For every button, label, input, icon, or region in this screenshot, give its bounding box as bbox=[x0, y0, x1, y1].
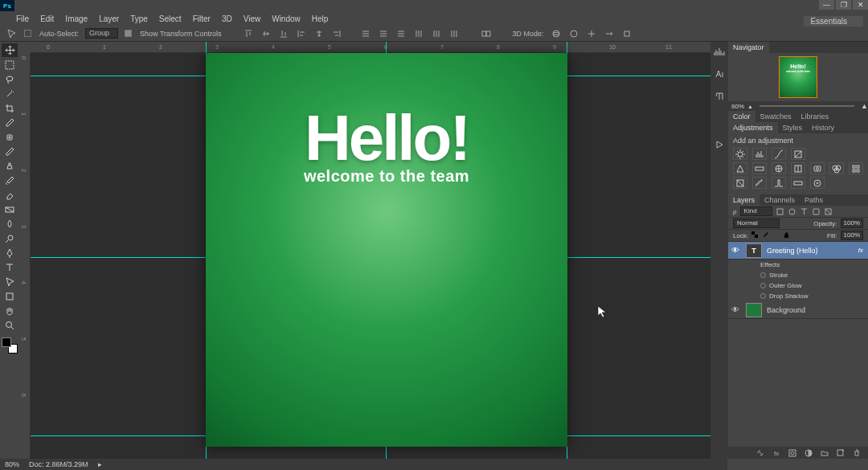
selectivecolor-adjustment-icon[interactable] bbox=[810, 177, 825, 189]
link-layers-icon[interactable] bbox=[755, 448, 765, 458]
gradientmap-adjustment-icon[interactable] bbox=[791, 177, 805, 189]
3d-slide-icon[interactable] bbox=[604, 28, 615, 39]
navigator-thumbnail[interactable]: Hello! welcome to the team bbox=[779, 56, 817, 98]
blur-tool[interactable] bbox=[2, 217, 18, 231]
menu-edit[interactable]: Edit bbox=[40, 14, 54, 23]
layer-greeting[interactable]: 👁 T Greeting (Hello) fx bbox=[728, 242, 868, 260]
layer-mask-icon[interactable] bbox=[788, 448, 797, 458]
zoom-in-icon[interactable]: ▲ bbox=[861, 102, 868, 110]
layer-effects-header[interactable]: Effects bbox=[728, 260, 868, 270]
lasso-tool[interactable] bbox=[2, 72, 18, 86]
threshold-adjustment-icon[interactable] bbox=[772, 177, 786, 189]
filter-smart-icon[interactable] bbox=[824, 207, 833, 216]
effect-visibility-icon[interactable] bbox=[760, 293, 766, 299]
lock-transparency-icon[interactable] bbox=[751, 231, 759, 240]
distribute-left-icon[interactable] bbox=[413, 28, 424, 39]
new-group-icon[interactable] bbox=[820, 448, 829, 458]
blend-mode-select[interactable]: Normal bbox=[733, 219, 780, 228]
align-vcenter-icon[interactable] bbox=[260, 28, 272, 39]
3d-scale-icon[interactable] bbox=[621, 28, 633, 39]
move-tool[interactable] bbox=[2, 43, 18, 57]
lock-position-icon[interactable] bbox=[772, 231, 780, 240]
navigator-zoom[interactable]: 80% bbox=[731, 103, 744, 110]
filter-shape-icon[interactable] bbox=[812, 207, 821, 216]
colorbalance-adjustment-icon[interactable] bbox=[772, 162, 786, 174]
effect-drop-shadow[interactable]: Drop Shadow bbox=[728, 291, 868, 301]
filter-type-icon[interactable] bbox=[800, 207, 809, 216]
curves-adjustment-icon[interactable] bbox=[772, 148, 786, 160]
brightness-adjustment-icon[interactable] bbox=[733, 148, 747, 160]
layer-effects-badge[interactable]: fx bbox=[858, 247, 868, 254]
crop-tool[interactable] bbox=[2, 101, 18, 115]
lock-all-icon[interactable] bbox=[783, 231, 790, 240]
pen-tool[interactable] bbox=[2, 246, 18, 260]
path-select-tool[interactable] bbox=[2, 275, 18, 288]
photofilter-adjustment-icon[interactable] bbox=[810, 162, 825, 174]
window-maximize[interactable]: ❐ bbox=[836, 0, 851, 10]
layer-name[interactable]: Background bbox=[765, 306, 868, 314]
menu-3d[interactable]: 3D bbox=[222, 14, 232, 23]
distribute-top-icon[interactable] bbox=[360, 28, 371, 39]
navigator-tab[interactable]: Navigator bbox=[728, 42, 769, 53]
window-minimize[interactable]: — bbox=[819, 0, 834, 10]
clone-stamp-tool[interactable] bbox=[2, 159, 18, 173]
effect-visibility-icon[interactable] bbox=[760, 283, 766, 288]
auto-align-icon[interactable] bbox=[481, 28, 492, 39]
layer-background[interactable]: 👁 Background bbox=[728, 301, 868, 319]
auto-select-checkbox[interactable] bbox=[24, 30, 31, 37]
document-canvas[interactable]: Hello! welcome to the team bbox=[206, 53, 567, 447]
auto-select-target[interactable]: Group bbox=[85, 28, 118, 39]
channels-tab[interactable]: Channels bbox=[760, 194, 800, 206]
3d-pan-icon[interactable] bbox=[586, 28, 597, 39]
history-tab[interactable]: History bbox=[807, 122, 839, 133]
menu-view[interactable]: View bbox=[244, 14, 261, 23]
swatches-tab[interactable]: Swatches bbox=[755, 111, 796, 122]
align-bottom-icon[interactable] bbox=[278, 28, 289, 39]
menu-filter[interactable]: Filter bbox=[193, 14, 211, 23]
foreground-color-swatch[interactable] bbox=[2, 337, 11, 347]
hue-adjustment-icon[interactable] bbox=[752, 162, 767, 174]
status-doc-size[interactable]: Doc: 2.86M/3.29M bbox=[29, 460, 88, 468]
fill-value[interactable]: 100% bbox=[841, 231, 863, 240]
colorlookup-adjustment-icon[interactable] bbox=[849, 162, 863, 174]
posterize-adjustment-icon[interactable] bbox=[752, 177, 767, 189]
distribute-right-icon[interactable] bbox=[448, 28, 460, 39]
hand-tool[interactable] bbox=[2, 304, 18, 317]
history-brush-tool[interactable] bbox=[2, 174, 18, 187]
dodge-tool[interactable] bbox=[2, 231, 18, 245]
vibrance-adjustment-icon[interactable] bbox=[733, 162, 747, 174]
align-hcenter-icon[interactable] bbox=[313, 28, 325, 39]
layer-filter-type[interactable]: Kind bbox=[740, 206, 772, 216]
zoom-out-icon[interactable]: ▲ bbox=[747, 104, 753, 109]
menu-image[interactable]: Image bbox=[65, 14, 88, 23]
ruler-horizontal[interactable]: 0 1 2 3 4 5 6 7 8 9 10 11 12 bbox=[31, 42, 710, 53]
levels-adjustment-icon[interactable] bbox=[752, 148, 767, 160]
show-transform-checkbox[interactable] bbox=[125, 30, 132, 37]
healing-brush-tool[interactable] bbox=[2, 130, 18, 144]
character-panel-icon[interactable] bbox=[713, 67, 726, 80]
shape-tool[interactable] bbox=[2, 289, 18, 303]
lock-pixels-icon[interactable] bbox=[762, 231, 769, 240]
actions-panel-icon[interactable] bbox=[713, 138, 726, 151]
distribute-vcenter-icon[interactable] bbox=[378, 28, 389, 39]
3d-orbit-icon[interactable] bbox=[551, 28, 562, 39]
eyedropper-tool[interactable] bbox=[2, 116, 18, 129]
color-swatches[interactable] bbox=[2, 337, 18, 354]
styles-tab[interactable]: Styles bbox=[778, 122, 808, 133]
delete-layer-icon[interactable] bbox=[852, 448, 862, 458]
libraries-tab[interactable]: Libraries bbox=[796, 111, 834, 122]
layer-visibility-icon[interactable]: 👁 bbox=[728, 246, 743, 255]
marquee-tool[interactable] bbox=[2, 58, 18, 72]
menu-layer[interactable]: Layer bbox=[99, 14, 119, 23]
layer-name[interactable]: Greeting (Hello) bbox=[765, 247, 858, 255]
type-tool[interactable] bbox=[2, 260, 18, 274]
color-tab[interactable]: Color bbox=[728, 111, 755, 122]
align-top-icon[interactable] bbox=[243, 28, 254, 39]
menu-select[interactable]: Select bbox=[159, 14, 182, 23]
menu-type[interactable]: Type bbox=[130, 14, 148, 23]
opacity-value[interactable]: 100% bbox=[841, 219, 863, 228]
distribute-bottom-icon[interactable] bbox=[395, 28, 407, 39]
magic-wand-tool[interactable] bbox=[2, 87, 18, 100]
exposure-adjustment-icon[interactable] bbox=[791, 148, 805, 160]
workspace-switcher[interactable]: Essentials bbox=[804, 16, 863, 27]
